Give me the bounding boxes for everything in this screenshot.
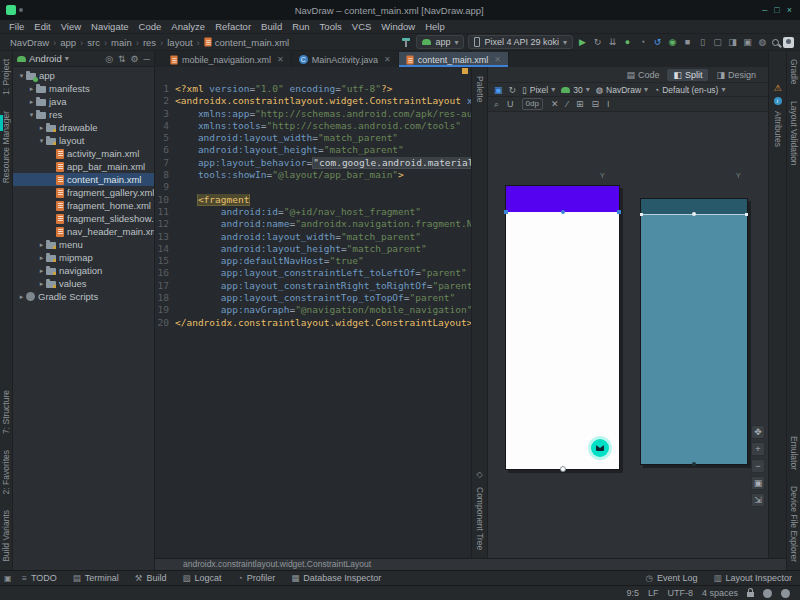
constraint-anchor[interactable] <box>560 466 566 472</box>
run-config-select[interactable]: app▾ <box>416 35 464 49</box>
info-badge-icon[interactable]: i <box>774 97 782 105</box>
mode-tab-design[interactable]: ◨Design <box>710 69 762 81</box>
theme-select[interactable]: ◍NavDraw▾ <box>596 85 648 95</box>
notification-icon[interactable] <box>781 589 790 598</box>
tree-item-fragment-home-xml[interactable]: fragment_home.xml <box>13 199 154 212</box>
expand-button[interactable]: ⇲ <box>751 493 765 507</box>
run-icon[interactable]: ▶ <box>577 35 588 49</box>
project-view-selector[interactable]: Android ▾ <box>17 53 69 64</box>
toolwindow-database-inspector[interactable]: ▦Database Inspector <box>283 573 389 583</box>
code-line[interactable]: 17 app:layout_constraintRight_toRightOf=… <box>155 280 471 292</box>
tree-expander-icon[interactable]: ▸ <box>37 280 46 288</box>
code-line[interactable]: 5 android:layout_width="match_parent" <box>155 132 471 144</box>
breadcrumb-navdraw[interactable]: NavDraw <box>8 37 51 48</box>
tree-item-fragment-gallery-xml[interactable]: fragment_gallery.xml <box>13 186 154 199</box>
locale-select[interactable]: ◔Default (en-us)▾ <box>654 85 725 95</box>
menu-refactor[interactable]: Refactor <box>210 21 256 32</box>
code-line[interactable]: 18 app:layout_constraintTop_toTopOf="par… <box>155 292 471 304</box>
avatar[interactable] <box>783 37 794 48</box>
app-bar-preview[interactable] <box>506 186 619 212</box>
caret-position[interactable]: 9:5 <box>626 588 639 598</box>
expand-collapse-icon[interactable]: ⇅ <box>118 54 126 64</box>
emulator-icon[interactable]: ▣ <box>742 35 753 49</box>
menu-code[interactable]: Code <box>134 21 167 32</box>
menu-view[interactable]: View <box>56 21 86 32</box>
tree-item-menu[interactable]: ▸menu <box>13 238 154 251</box>
menu-navigate[interactable]: Navigate <box>86 21 134 32</box>
code-line[interactable]: 10 <fragment <box>155 194 471 206</box>
sync-icon[interactable]: ↺ <box>652 35 663 49</box>
search-icon[interactable] <box>772 39 779 46</box>
build-hammer-icon[interactable] <box>400 36 412 48</box>
tree-item-app-bar-main-xml[interactable]: app_bar_main.xml <box>13 160 154 173</box>
tree-item-nav-header-main-xml[interactable]: nav_header_main.xml <box>13 225 154 238</box>
toolwindow-layout-inspector[interactable]: ▥Layout Inspector <box>705 573 800 583</box>
blueprint-preview-phone[interactable] <box>640 198 748 465</box>
problems-icon[interactable]: ◍ <box>757 35 768 49</box>
close-icon[interactable]: ✕ <box>494 55 501 64</box>
editor-breadcrumb-bar[interactable]: androidx.constraintlayout.widget.Constra… <box>155 558 786 570</box>
code-line[interactable]: 2<androidx.constraintlayout.widget.Const… <box>155 95 471 107</box>
warning-icon[interactable]: ⚠ <box>773 83 781 93</box>
mode-tab-code[interactable]: ▤Code <box>620 69 665 81</box>
breadcrumb-layout[interactable]: layout <box>165 37 194 48</box>
code-line[interactable]: 13 android:layout_width="match_parent" <box>155 231 471 243</box>
toolwindow-todo[interactable]: ≡TODO <box>14 573 65 583</box>
code-line[interactable]: 11 android:id="@+id/nav_host_fragment" <box>155 206 471 218</box>
menu-vcs[interactable]: VCS <box>347 21 377 32</box>
fab-preview[interactable] <box>591 439 609 457</box>
toolwindow-layout-validation[interactable]: Layout Validation <box>789 101 799 166</box>
tree-item-gradle-scripts[interactable]: ▸Gradle Scripts <box>13 290 154 303</box>
layout-inspector-icon[interactable]: ▢ <box>712 35 723 49</box>
tree-item-values[interactable]: ▸values <box>13 277 154 290</box>
code-line[interactable]: 14 android:layout_height="match_parent" <box>155 243 471 255</box>
code-line[interactable]: 3 xmlns:app="http://schemas.android.com/… <box>155 108 471 120</box>
close-icon[interactable]: ✕ <box>384 55 391 64</box>
indent-setting[interactable]: 4 spaces <box>702 588 738 598</box>
tree-item-activity-main-xml[interactable]: activity_main.xml <box>13 147 154 160</box>
zoom-icon[interactable]: ⌕ <box>494 99 499 110</box>
toolwindow-gradle[interactable]: Gradle <box>789 59 799 85</box>
line-ending[interactable]: LF <box>648 588 659 598</box>
apply-changes-icon[interactable]: ↻ <box>592 35 603 49</box>
menu-help[interactable]: Help <box>420 21 450 32</box>
tree-expander-icon[interactable]: ▾ <box>27 111 36 119</box>
toolwindow-resource-manager[interactable]: Resource Manager <box>1 111 11 183</box>
clear-constraints-icon[interactable]: ✕ <box>551 99 559 109</box>
sdk-manager-icon[interactable]: ◨ <box>727 35 738 49</box>
device-manager-icon[interactable]: ▯ <box>697 35 708 49</box>
design-surface-icon[interactable]: ▣ <box>494 85 503 95</box>
selection-handle[interactable] <box>617 210 621 214</box>
editor-tab-mobile-navigation-xml[interactable]: mobile_navigation.xml✕ <box>163 52 292 67</box>
window-control-2[interactable]: × <box>787 5 792 15</box>
code-line[interactable]: 8 tools:showIn="@layout/app_bar_main"> <box>155 169 471 181</box>
tree-item-java[interactable]: ▸java <box>13 95 154 108</box>
toolwindow-2-favorites[interactable]: 2: Favorites <box>1 450 11 494</box>
tree-expander-icon[interactable]: ▸ <box>37 241 46 249</box>
code-line[interactable]: 15 app:defaultNavHost="true" <box>155 255 471 267</box>
device-select[interactable]: ▯Pixel▾ <box>522 85 555 95</box>
apply-code-changes-icon[interactable]: ⇊ <box>607 35 618 49</box>
menu-analyze[interactable]: Analyze <box>166 21 210 32</box>
tree-item-content-main-xml[interactable]: content_main.xml <box>13 173 154 186</box>
magnet-icon[interactable]: U <box>507 99 514 109</box>
window-control-0[interactable]: – <box>762 5 767 15</box>
tree-expander-icon[interactable]: ▸ <box>37 254 46 262</box>
tree-expander-icon[interactable]: ▸ <box>37 267 46 275</box>
breadcrumb-res[interactable]: res <box>141 37 158 48</box>
window-control-1[interactable]: □ <box>774 5 779 15</box>
infer-constraints-icon[interactable]: ⁄ <box>566 99 568 109</box>
toolwindow-logcat[interactable]: ▧Logcat <box>175 573 230 583</box>
stop-icon[interactable]: ■ <box>682 35 693 49</box>
toolwindow-device-file-explorer[interactable]: Device File Explorer <box>789 486 799 562</box>
tree-item-app[interactable]: ▾app <box>13 69 154 82</box>
hide-panel-icon[interactable]: ─ <box>144 54 150 64</box>
breadcrumb-content-main-xml[interactable]: content_main.xml <box>202 37 291 48</box>
tree-expander-icon[interactable]: ▾ <box>17 72 26 80</box>
tree-expander-icon[interactable]: ▸ <box>27 85 36 93</box>
code-line[interactable]: 19 app:navGraph="@navigation/mobile_navi… <box>155 304 471 316</box>
debug-icon[interactable]: ● <box>622 35 633 49</box>
attributes-label[interactable]: Attributes <box>773 111 783 147</box>
tree-expander-icon[interactable]: ▾ <box>37 137 46 145</box>
code-line[interactable]: 1<?xml version="1.0" encoding="utf-8"?> <box>155 83 471 95</box>
